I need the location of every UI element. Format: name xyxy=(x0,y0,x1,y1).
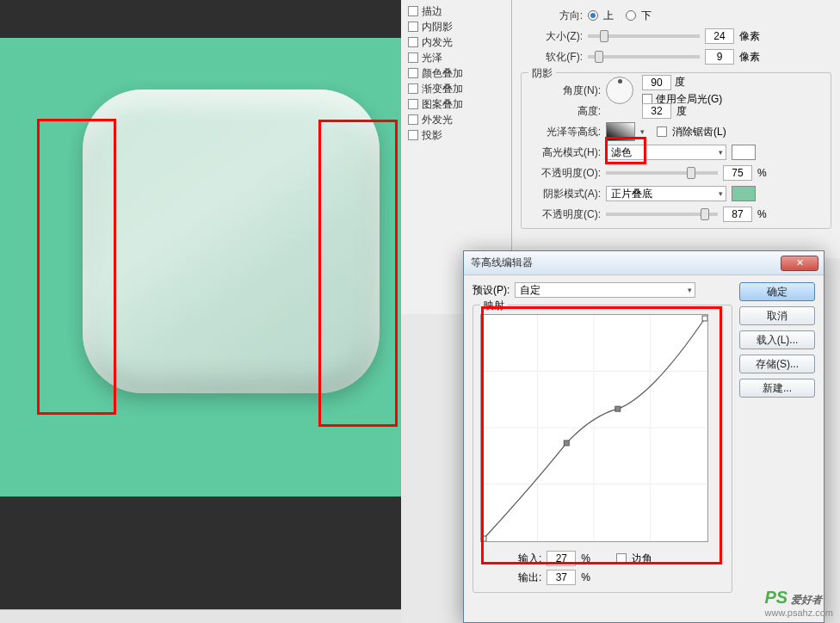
highlight-mode-label: 高光模式(H): xyxy=(527,145,601,160)
ok-button[interactable]: 确定 xyxy=(739,282,815,301)
mapping-legend: 映射 xyxy=(480,299,508,313)
pct2: % xyxy=(757,208,767,220)
altitude-label: 高度: xyxy=(527,104,601,119)
dialog-titlebar[interactable]: 等高线编辑器 ✕ xyxy=(464,251,824,275)
load-button[interactable]: 载入(L)... xyxy=(739,330,815,349)
mapping-group: 映射 输入: 27 xyxy=(472,305,732,593)
direction-down-radio[interactable] xyxy=(626,10,636,21)
style-label[interactable]: 图案叠加 xyxy=(422,96,463,112)
input-label: 输入: xyxy=(518,552,541,566)
horizontal-scrollbar[interactable] xyxy=(0,609,401,623)
style-checkbox[interactable] xyxy=(408,83,418,94)
style-checkbox[interactable] xyxy=(408,37,418,47)
shadow-mode-label: 阴影模式(A): xyxy=(527,187,601,201)
direction-label: 方向: xyxy=(521,9,583,23)
size-slider[interactable] xyxy=(588,34,700,38)
output-label: 输出: xyxy=(518,571,541,585)
shading-group: 阴影 角度(N): 90 度 使用全局光(G) 高度: 32 度 光泽等高线: xyxy=(521,72,831,229)
style-label[interactable]: 外发光 xyxy=(422,112,453,127)
angle-unit: 度 xyxy=(675,75,685,89)
style-checkbox[interactable] xyxy=(408,130,418,140)
highlight-opacity-slider[interactable] xyxy=(606,171,718,175)
highlight-color-swatch[interactable] xyxy=(732,145,756,160)
direction-up-radio[interactable] xyxy=(588,10,598,21)
watermark: PS 爱好者 www.psahz.com xyxy=(765,588,833,618)
style-label[interactable]: 描边 xyxy=(422,3,442,19)
shadow-opacity-input[interactable]: 87 xyxy=(723,207,752,222)
new-button[interactable]: 新建... xyxy=(739,379,815,398)
altitude-unit: 度 xyxy=(676,104,687,119)
close-button[interactable]: ✕ xyxy=(781,256,818,271)
annotation-box-left xyxy=(37,119,116,415)
artboard xyxy=(0,38,401,497)
shading-legend: 阴影 xyxy=(528,66,556,81)
contour-editor-dialog: 等高线编辑器 ✕ 预设(P): 自定▾ 映射 xyxy=(463,250,825,623)
soften-slider[interactable] xyxy=(588,55,700,59)
shadow-color-swatch[interactable] xyxy=(732,186,756,201)
soften-input[interactable]: 9 xyxy=(705,49,734,65)
gloss-contour-label: 光泽等高线: xyxy=(527,125,601,139)
highlight-opacity-label: 不透明度(O): xyxy=(527,166,601,181)
preset-dropdown[interactable]: 自定▾ xyxy=(515,282,695,298)
shadow-opacity-label: 不透明度(C): xyxy=(527,207,601,222)
cancel-button[interactable]: 取消 xyxy=(739,306,815,325)
style-label[interactable]: 渐变叠加 xyxy=(422,81,463,96)
canvas-area xyxy=(0,0,401,623)
size-unit: 像素 xyxy=(739,29,763,44)
antialias-checkbox[interactable] xyxy=(657,126,667,137)
save-button[interactable]: 存储(S)... xyxy=(739,355,815,373)
direction-down-text: 下 xyxy=(641,9,652,23)
style-label[interactable]: 内阴影 xyxy=(422,19,453,34)
style-checkbox[interactable] xyxy=(408,99,418,109)
shadow-opacity-slider[interactable] xyxy=(606,213,718,216)
annotation-box-right xyxy=(318,120,398,427)
antialias-label: 消除锯齿(L) xyxy=(672,125,726,139)
soften-label: 软化(F): xyxy=(521,50,583,65)
svg-rect-7 xyxy=(564,441,569,446)
style-checkbox[interactable] xyxy=(408,68,418,78)
style-checkbox[interactable] xyxy=(408,52,418,63)
shadow-mode-dropdown[interactable]: 正片叠底▾ xyxy=(606,186,726,201)
style-label[interactable]: 颜色叠加 xyxy=(422,65,463,81)
style-label[interactable]: 投影 xyxy=(422,127,442,143)
preset-label: 预设(P): xyxy=(472,283,510,298)
direction-up-text: 上 xyxy=(603,9,614,23)
style-label[interactable]: 内发光 xyxy=(422,34,453,50)
style-label[interactable]: 光泽 xyxy=(422,50,442,65)
angle-label: 角度(N): xyxy=(527,83,601,98)
style-checkbox[interactable] xyxy=(408,22,418,32)
input-value[interactable]: 27 xyxy=(547,551,576,566)
corner-checkbox[interactable] xyxy=(616,553,627,564)
soften-unit: 像素 xyxy=(739,50,763,65)
highlight-opacity-input[interactable]: 75 xyxy=(723,165,752,181)
pct1: % xyxy=(757,167,767,179)
svg-rect-8 xyxy=(615,406,621,411)
output-value[interactable]: 37 xyxy=(547,570,576,585)
dialog-title: 等高线编辑器 xyxy=(471,256,781,270)
altitude-input[interactable]: 32 xyxy=(642,103,671,119)
curve-canvas[interactable] xyxy=(480,314,708,542)
svg-rect-6 xyxy=(481,536,486,541)
size-label: 大小(Z): xyxy=(521,29,583,44)
gloss-contour-picker[interactable] xyxy=(606,122,635,141)
style-checkbox[interactable] xyxy=(408,6,418,16)
angle-altitude-dial[interactable] xyxy=(606,77,633,104)
svg-rect-9 xyxy=(702,316,707,321)
angle-input[interactable]: 90 xyxy=(642,75,671,90)
bevel-settings-panel: 方向: 上 下 大小(Z): 24 像素 软化(F): 9 像素 阴影 角度(N… xyxy=(512,0,840,258)
highlight-mode-dropdown[interactable]: 滤色▾ xyxy=(606,145,726,160)
style-checkbox[interactable] xyxy=(408,114,418,125)
size-input[interactable]: 24 xyxy=(705,28,734,44)
corner-label: 边角 xyxy=(632,552,652,566)
